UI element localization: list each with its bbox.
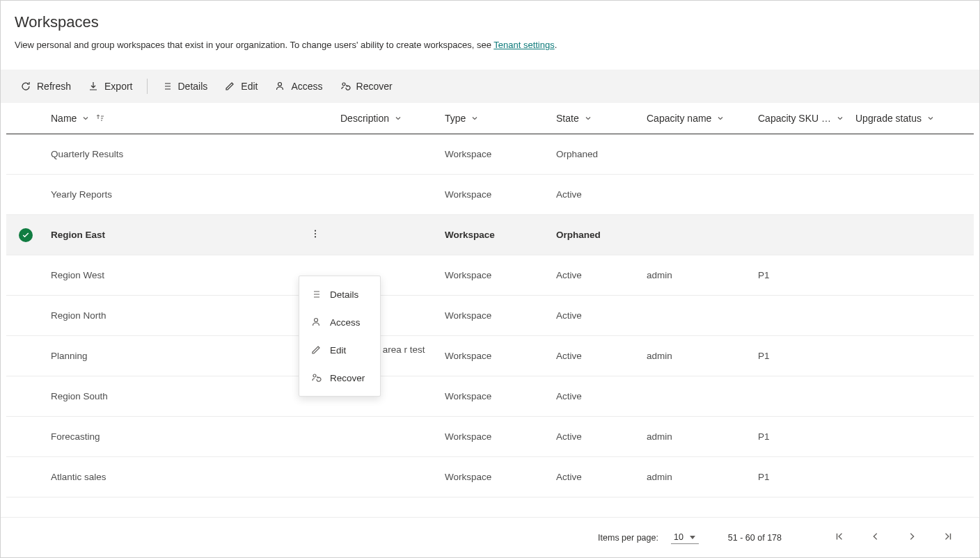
cell-type: Workspace (439, 296, 551, 336)
toolbar-separator (147, 79, 148, 94)
table-row[interactable]: Region WestWorkspaceActiveadminP1 (6, 255, 974, 296)
column-header-name[interactable]: Name (51, 113, 104, 124)
context-edit-label: Edit (330, 345, 346, 356)
cell-upgrade-status (850, 336, 974, 376)
table-row[interactable]: Region EastWorkspaceOrphaned (6, 215, 974, 255)
svg-point-3 (315, 233, 316, 234)
col-upg-label: Upgrade status (855, 113, 922, 124)
cell-capacity-sku: P1 (752, 255, 850, 296)
chevron-down-icon (82, 115, 89, 122)
cell-name: Forecasting (45, 417, 296, 457)
refresh-button[interactable]: Refresh (13, 77, 78, 96)
cell-capacity-name (641, 376, 752, 417)
access-button[interactable]: Access (267, 77, 329, 96)
person-icon (310, 317, 322, 328)
context-details[interactable]: Details (299, 280, 380, 308)
chevron-down-icon (837, 115, 844, 122)
cell-upgrade-status (850, 457, 974, 497)
table-row[interactable]: PlanningorkSpace area r test in BBTWorks… (6, 336, 974, 376)
col-type-label: Type (445, 113, 466, 124)
cell-name: Region East (45, 215, 296, 255)
recover-icon (340, 81, 351, 92)
cell-upgrade-status (850, 417, 974, 457)
cell-capacity-sku (752, 296, 850, 336)
chevron-left-icon (871, 533, 880, 543)
cell-capacity-name (641, 175, 752, 215)
table-row[interactable]: ForecastingWorkspaceActiveadminP1 (6, 417, 974, 457)
cell-capacity-name: admin (641, 336, 752, 376)
cell-upgrade-status (850, 134, 974, 175)
recover-button[interactable]: Recover (333, 77, 400, 96)
cell-type: Workspace (439, 134, 551, 175)
tenant-settings-link[interactable]: Tenant settings (493, 40, 554, 50)
toolbar: Refresh Export Details Edit Access (1, 70, 979, 103)
chevron-down-icon (471, 115, 478, 122)
cell-state: Active (551, 457, 641, 497)
export-button[interactable]: Export (81, 77, 139, 96)
page-range: 51 - 60 of 178 (728, 533, 782, 543)
first-page-button[interactable] (828, 529, 851, 546)
cell-name: Region North (45, 296, 296, 336)
chevron-down-icon (717, 115, 724, 122)
cell-type: Workspace (439, 457, 551, 497)
pencil-icon (224, 81, 235, 92)
cell-state: Orphaned (551, 215, 641, 255)
cell-state: Active (551, 255, 641, 296)
table-row[interactable]: Region SouthWorkspaceActive (6, 376, 974, 417)
access-label: Access (291, 81, 322, 92)
row-context-menu: Details Access Edit Recover (299, 276, 381, 397)
col-state-label: State (556, 113, 579, 124)
prev-page-button[interactable] (864, 529, 887, 546)
cell-capacity-sku (752, 215, 850, 255)
column-header-capacity-name[interactable]: Capacity name (647, 113, 724, 124)
sort-icon (95, 113, 104, 123)
list-icon (310, 289, 322, 300)
export-label: Export (104, 81, 132, 92)
workspaces-table: Name Description Typ (6, 103, 974, 497)
table-row[interactable]: Quarterly ResultsWorkspaceOrphaned (6, 134, 974, 175)
cell-capacity-name (641, 134, 752, 175)
cell-capacity-name: admin (641, 457, 752, 497)
table-row[interactable]: Region NorthWorkspaceActive (6, 296, 974, 336)
cell-upgrade-status (850, 255, 974, 296)
cell-state: Active (551, 336, 641, 376)
cell-capacity-name (641, 215, 752, 255)
table-row[interactable]: Atlantic salesWorkspaceActiveadminP1 (6, 457, 974, 497)
col-cap-label: Capacity name (647, 113, 711, 124)
recover-icon (310, 372, 322, 383)
cell-capacity-sku: P1 (752, 336, 850, 376)
svg-point-1 (342, 83, 345, 86)
items-per-page-select[interactable]: 10 (671, 531, 699, 544)
last-page-icon (943, 533, 953, 543)
context-details-label: Details (330, 289, 358, 300)
column-header-capacity-sku[interactable]: Capacity SKU … (758, 113, 844, 124)
context-recover-label: Recover (330, 373, 365, 383)
context-recover[interactable]: Recover (299, 364, 380, 392)
page-description: View personal and group workspaces that … (15, 40, 965, 50)
column-header-upgrade-status[interactable]: Upgrade status (855, 113, 934, 124)
col-desc-label: Description (340, 113, 389, 124)
first-page-icon (835, 533, 844, 543)
col-name-label: Name (51, 113, 77, 124)
context-access[interactable]: Access (299, 308, 380, 336)
cell-upgrade-status (850, 215, 974, 255)
table-row[interactable]: Yearly ReportsWorkspaceActive (6, 175, 974, 215)
desc-text: View personal and group workspaces that … (15, 40, 493, 50)
column-header-description[interactable]: Description (340, 113, 402, 124)
chevron-down-icon (927, 115, 934, 122)
edit-button[interactable]: Edit (217, 77, 264, 96)
column-header-state[interactable]: State (556, 113, 592, 124)
cell-capacity-sku (752, 134, 850, 175)
cell-name: Yearly Reports (45, 175, 296, 215)
next-page-button[interactable] (900, 529, 924, 546)
more-options-button[interactable] (306, 225, 324, 245)
cell-state: Active (551, 376, 641, 417)
column-header-type[interactable]: Type (445, 113, 478, 124)
svg-point-4 (315, 236, 316, 237)
cell-name: Atlantic sales (45, 457, 296, 497)
details-button[interactable]: Details (155, 77, 215, 96)
context-edit[interactable]: Edit (299, 336, 380, 364)
last-page-button[interactable] (936, 529, 960, 546)
edit-label: Edit (241, 81, 258, 92)
cell-name: Quarterly Results (45, 134, 296, 175)
